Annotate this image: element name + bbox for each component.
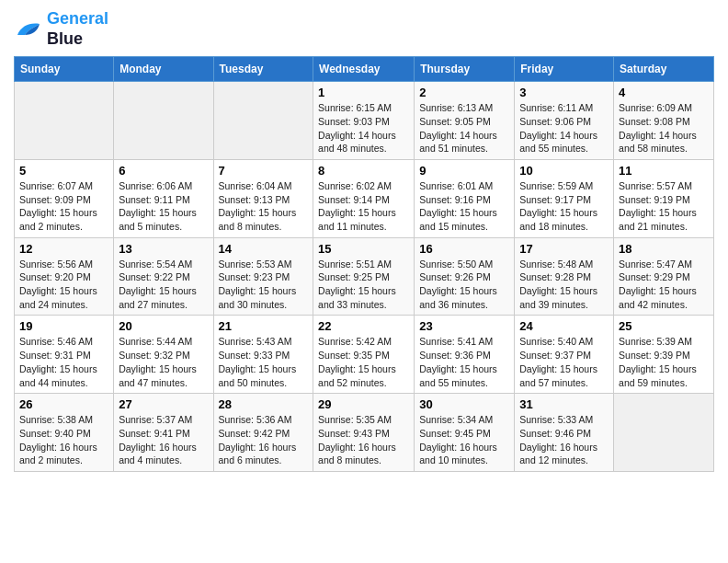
calendar-cell: 13Sunrise: 5:54 AMSunset: 9:22 PMDayligh…: [114, 237, 213, 316]
cell-info: Sunrise: 5:50 AMSunset: 9:26 PMDaylight:…: [419, 258, 509, 312]
days-header-row: SundayMondayTuesdayWednesdayThursdayFrid…: [15, 57, 714, 82]
cell-info: Sunrise: 5:38 AMSunset: 9:40 PMDaylight:…: [19, 413, 108, 467]
day-number: 8: [318, 164, 409, 178]
calendar-cell: [114, 82, 213, 160]
calendar-cell: 20Sunrise: 5:44 AMSunset: 9:32 PMDayligh…: [114, 316, 213, 394]
calendar-cell: 26Sunrise: 5:38 AMSunset: 9:40 PMDayligh…: [15, 394, 114, 472]
cell-info: Sunrise: 5:43 AMSunset: 9:33 PMDaylight:…: [219, 335, 309, 389]
day-number: 24: [519, 319, 609, 333]
day-number: 30: [419, 397, 509, 411]
cell-info: Sunrise: 5:44 AMSunset: 9:32 PMDaylight:…: [119, 335, 208, 389]
day-number: 16: [419, 242, 509, 256]
calendar-cell: 4Sunrise: 6:09 AMSunset: 9:08 PMDaylight…: [614, 82, 714, 160]
calendar-cell: 22Sunrise: 5:42 AMSunset: 9:35 PMDayligh…: [313, 316, 415, 394]
calendar-cell: 5Sunrise: 6:07 AMSunset: 9:09 PMDaylight…: [15, 159, 114, 237]
day-number: 4: [619, 86, 709, 99]
day-number: 17: [519, 242, 609, 256]
week-row-5: 26Sunrise: 5:38 AMSunset: 9:40 PMDayligh…: [15, 394, 714, 472]
calendar-cell: 10Sunrise: 5:59 AMSunset: 9:17 PMDayligh…: [515, 159, 614, 237]
day-number: 5: [19, 164, 108, 178]
logo-text: General Blue: [47, 9, 108, 49]
calendar-cell: 25Sunrise: 5:39 AMSunset: 9:39 PMDayligh…: [614, 316, 714, 394]
calendar-cell: 28Sunrise: 5:36 AMSunset: 9:42 PMDayligh…: [213, 394, 313, 472]
day-number: 20: [119, 319, 208, 333]
cell-info: Sunrise: 5:51 AMSunset: 9:25 PMDaylight:…: [318, 258, 409, 312]
day-number: 25: [619, 319, 709, 333]
day-number: 27: [119, 397, 208, 411]
calendar-cell: 30Sunrise: 5:34 AMSunset: 9:45 PMDayligh…: [415, 394, 515, 472]
day-number: 18: [619, 242, 709, 256]
calendar-cell: 23Sunrise: 5:41 AMSunset: 9:36 PMDayligh…: [415, 316, 515, 394]
calendar-cell: 19Sunrise: 5:46 AMSunset: 9:31 PMDayligh…: [15, 316, 114, 394]
cell-info: Sunrise: 6:09 AMSunset: 9:08 PMDaylight:…: [619, 101, 709, 155]
day-number: 9: [419, 164, 509, 178]
cell-info: Sunrise: 5:54 AMSunset: 9:22 PMDaylight:…: [119, 258, 208, 312]
calendar-cell: 11Sunrise: 5:57 AMSunset: 9:19 PMDayligh…: [614, 159, 714, 237]
week-row-3: 12Sunrise: 5:56 AMSunset: 9:20 PMDayligh…: [15, 237, 714, 316]
cell-info: Sunrise: 6:13 AMSunset: 9:05 PMDaylight:…: [419, 101, 509, 155]
day-header-tuesday: Tuesday: [213, 57, 313, 82]
cell-info: Sunrise: 5:46 AMSunset: 9:31 PMDaylight:…: [19, 335, 108, 389]
day-header-saturday: Saturday: [614, 57, 714, 82]
cell-info: Sunrise: 5:36 AMSunset: 9:42 PMDaylight:…: [219, 413, 309, 467]
calendar-cell: [614, 394, 714, 472]
calendar-cell: 6Sunrise: 6:06 AMSunset: 9:11 PMDaylight…: [114, 159, 213, 237]
cell-info: Sunrise: 5:41 AMSunset: 9:36 PMDaylight:…: [419, 335, 509, 389]
calendar-cell: 27Sunrise: 5:37 AMSunset: 9:41 PMDayligh…: [114, 394, 213, 472]
calendar-cell: [15, 82, 114, 160]
day-number: 29: [318, 397, 409, 411]
day-number: 19: [19, 319, 108, 333]
cell-info: Sunrise: 6:07 AMSunset: 9:09 PMDaylight:…: [19, 179, 108, 234]
calendar-cell: 21Sunrise: 5:43 AMSunset: 9:33 PMDayligh…: [213, 316, 313, 394]
day-number: 1: [318, 86, 409, 99]
day-number: 23: [419, 319, 509, 333]
cell-info: Sunrise: 6:06 AMSunset: 9:11 PMDaylight:…: [119, 179, 208, 234]
day-header-friday: Friday: [515, 57, 614, 82]
cell-info: Sunrise: 6:11 AMSunset: 9:06 PMDaylight:…: [519, 101, 609, 155]
cell-info: Sunrise: 5:34 AMSunset: 9:45 PMDaylight:…: [419, 413, 509, 467]
calendar-cell: [213, 82, 313, 160]
cell-info: Sunrise: 5:56 AMSunset: 9:20 PMDaylight:…: [19, 258, 108, 312]
day-header-sunday: Sunday: [15, 57, 114, 82]
calendar-cell: 15Sunrise: 5:51 AMSunset: 9:25 PMDayligh…: [313, 237, 415, 316]
day-number: 15: [318, 242, 409, 256]
cell-info: Sunrise: 5:33 AMSunset: 9:46 PMDaylight:…: [519, 413, 609, 467]
week-row-2: 5Sunrise: 6:07 AMSunset: 9:09 PMDaylight…: [15, 159, 714, 237]
cell-info: Sunrise: 5:35 AMSunset: 9:43 PMDaylight:…: [318, 413, 409, 467]
calendar-cell: 7Sunrise: 6:04 AMSunset: 9:13 PMDaylight…: [213, 159, 313, 237]
logo-icon: [14, 17, 43, 42]
cell-info: Sunrise: 5:40 AMSunset: 9:37 PMDaylight:…: [519, 335, 609, 389]
cell-info: Sunrise: 5:53 AMSunset: 9:23 PMDaylight:…: [219, 258, 309, 312]
cell-info: Sunrise: 5:59 AMSunset: 9:17 PMDaylight:…: [519, 179, 609, 234]
day-number: 28: [219, 397, 309, 411]
day-number: 7: [219, 164, 309, 178]
day-number: 2: [419, 86, 509, 99]
cell-info: Sunrise: 5:48 AMSunset: 9:28 PMDaylight:…: [519, 258, 609, 312]
day-number: 31: [519, 397, 609, 411]
week-row-1: 1Sunrise: 6:15 AMSunset: 9:03 PMDaylight…: [15, 82, 714, 160]
calendar-cell: 31Sunrise: 5:33 AMSunset: 9:46 PMDayligh…: [515, 394, 614, 472]
day-number: 3: [519, 86, 609, 99]
day-header-wednesday: Wednesday: [313, 57, 415, 82]
day-number: 10: [519, 164, 609, 178]
calendar-table: SundayMondayTuesdayWednesdayThursdayFrid…: [14, 56, 714, 472]
cell-info: Sunrise: 5:42 AMSunset: 9:35 PMDaylight:…: [318, 335, 409, 389]
logo: General Blue: [14, 9, 108, 49]
cell-info: Sunrise: 5:47 AMSunset: 9:29 PMDaylight:…: [619, 258, 709, 312]
calendar-cell: 2Sunrise: 6:13 AMSunset: 9:05 PMDaylight…: [415, 82, 515, 160]
calendar-cell: 8Sunrise: 6:02 AMSunset: 9:14 PMDaylight…: [313, 159, 415, 237]
day-header-thursday: Thursday: [415, 57, 515, 82]
day-header-monday: Monday: [114, 57, 213, 82]
calendar-cell: 17Sunrise: 5:48 AMSunset: 9:28 PMDayligh…: [515, 237, 614, 316]
calendar-cell: 24Sunrise: 5:40 AMSunset: 9:37 PMDayligh…: [515, 316, 614, 394]
calendar-cell: 12Sunrise: 5:56 AMSunset: 9:20 PMDayligh…: [15, 237, 114, 316]
calendar-cell: 18Sunrise: 5:47 AMSunset: 9:29 PMDayligh…: [614, 237, 714, 316]
cell-info: Sunrise: 5:39 AMSunset: 9:39 PMDaylight:…: [619, 335, 709, 389]
day-number: 21: [219, 319, 309, 333]
day-number: 6: [119, 164, 208, 178]
cell-info: Sunrise: 6:02 AMSunset: 9:14 PMDaylight:…: [318, 179, 409, 234]
day-number: 11: [619, 164, 709, 178]
calendar-cell: 3Sunrise: 6:11 AMSunset: 9:06 PMDaylight…: [515, 82, 614, 160]
calendar-cell: 14Sunrise: 5:53 AMSunset: 9:23 PMDayligh…: [213, 237, 313, 316]
cell-info: Sunrise: 6:01 AMSunset: 9:16 PMDaylight:…: [419, 179, 509, 234]
